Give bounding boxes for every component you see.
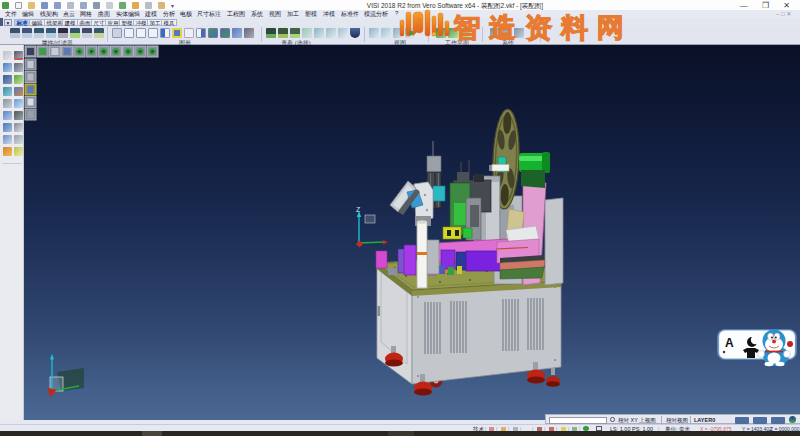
svg-text:Z: Z <box>356 206 361 213</box>
svg-text:A: A <box>725 336 734 350</box>
